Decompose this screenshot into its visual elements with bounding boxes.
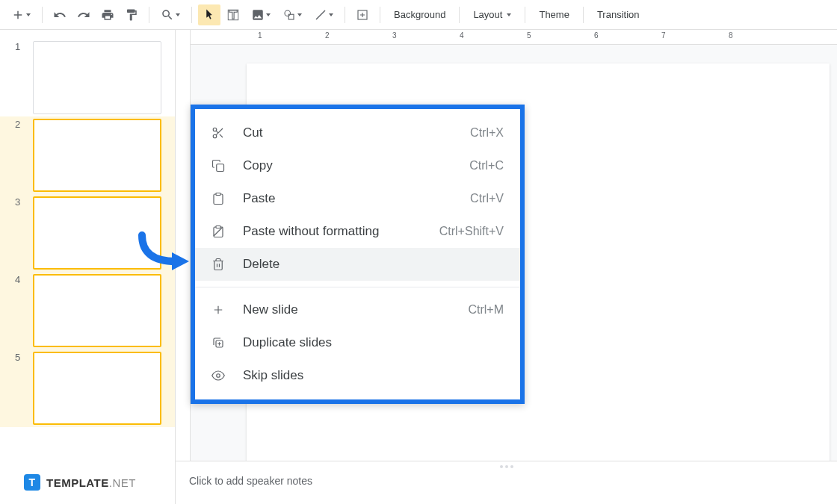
ruler-tick: 4 [460, 31, 464, 40]
dropdown-caret-icon [26, 13, 31, 16]
textbox-button[interactable] [222, 4, 244, 25]
slide-number: 3 [15, 196, 25, 208]
duplicate-icon [211, 336, 232, 349]
ctx-shortcut: Ctrl+C [469, 159, 504, 172]
ctx-label: Paste [243, 191, 470, 206]
ctx-duplicate-slides[interactable]: Duplicate slides [195, 326, 520, 359]
ctx-paste[interactable]: Paste Ctrl+V [195, 182, 520, 215]
eye-icon [211, 369, 232, 382]
speaker-notes[interactable]: Click to add speaker notes [176, 461, 837, 504]
ctx-label: Cut [243, 125, 470, 140]
slide-number: 2 [15, 119, 25, 130]
undo-button[interactable] [49, 4, 71, 25]
ctx-delete[interactable]: Delete [195, 248, 520, 281]
zoom-button[interactable] [155, 4, 185, 25]
paste-icon [211, 192, 232, 205]
context-menu-divider [195, 287, 520, 287]
slide-thumbnail[interactable] [33, 274, 161, 347]
ctx-label: Delete [243, 257, 504, 272]
ruler-tick: 7 [661, 31, 666, 40]
ctx-shortcut: Ctrl+X [470, 126, 504, 140]
select-tool-button[interactable] [198, 4, 220, 25]
line-button[interactable] [309, 4, 339, 25]
toolbar-separator [525, 7, 525, 23]
svg-rect-8 [216, 226, 220, 228]
toolbar-separator [380, 7, 380, 23]
svg-rect-7 [216, 193, 220, 196]
ctx-new-slide[interactable]: New slide Ctrl+M [195, 293, 520, 326]
toolbar-separator [459, 7, 460, 23]
slide-thumbnail[interactable] [33, 41, 161, 114]
ruler-tick: 1 [258, 31, 262, 40]
copy-icon [211, 159, 232, 172]
transition-button[interactable]: Transition [590, 4, 647, 25]
speaker-notes-placeholder: Click to add speaker notes [189, 475, 312, 487]
svg-point-5 [213, 134, 217, 138]
dropdown-caret-icon [329, 13, 333, 16]
slide-thumb-row[interactable]: 2 [0, 116, 175, 194]
slide-thumbnail[interactable] [33, 352, 161, 425]
slide-number: 1 [15, 41, 25, 52]
watermark-suffix: .NET [109, 476, 136, 489]
ruler-tick: 3 [392, 31, 397, 40]
svg-rect-6 [217, 164, 224, 172]
layout-label: Layout [473, 9, 502, 20]
notes-drag-handle[interactable] [500, 465, 513, 468]
cut-icon [211, 126, 232, 140]
ctx-shortcut: Ctrl+V [470, 192, 504, 205]
slide-thumbnail[interactable] [33, 119, 161, 192]
dropdown-caret-icon [266, 13, 271, 16]
delete-icon [211, 258, 232, 271]
background-label: Background [394, 9, 445, 20]
new-slide-button[interactable] [6, 4, 36, 25]
watermark-text: TEMPLATE [46, 476, 109, 489]
ctx-shortcut: Ctrl+M [468, 303, 504, 317]
toolbar-separator [191, 7, 192, 23]
toolbar-separator [583, 7, 584, 23]
slide-thumb-row[interactable]: 1 [0, 39, 175, 116]
slide-number: 4 [15, 274, 25, 285]
paint-format-button[interactable] [120, 4, 143, 25]
slide-thumb-row[interactable]: 5 [0, 349, 175, 427]
transition-label: Transition [597, 9, 640, 20]
ruler-tick: 2 [325, 31, 330, 40]
ruler-tick: 6 [594, 31, 599, 40]
svg-point-10 [217, 374, 220, 378]
comment-button[interactable] [351, 4, 374, 25]
toolbar: Background Layout Theme Transition [0, 0, 837, 30]
slide-number: 5 [15, 352, 25, 363]
background-button[interactable]: Background [386, 4, 453, 25]
slide-thumb-row[interactable]: 4 [0, 272, 175, 349]
plus-icon [211, 303, 232, 317]
theme-button[interactable]: Theme [531, 4, 576, 25]
toolbar-separator [345, 7, 345, 23]
ctx-label: Copy [243, 158, 469, 173]
toolbar-separator [149, 7, 149, 23]
redo-button[interactable] [72, 4, 95, 25]
ctx-paste-without-formatting[interactable]: Paste without formatting Ctrl+Shift+V [195, 215, 520, 248]
ruler-tick: 8 [729, 31, 733, 40]
insert-image-button[interactable] [246, 4, 276, 25]
theme-label: Theme [539, 9, 569, 20]
horizontal-ruler: 1 2 3 4 5 6 7 8 [191, 30, 837, 45]
print-button[interactable] [96, 4, 119, 25]
ctx-label: Skip slides [243, 368, 504, 383]
svg-point-4 [213, 128, 217, 131]
ctx-cut[interactable]: Cut Ctrl+X [195, 116, 520, 149]
ctx-skip-slides[interactable]: Skip slides [195, 359, 520, 392]
shape-button[interactable] [277, 4, 307, 25]
ruler-tick: 5 [527, 31, 531, 40]
toolbar-separator [42, 7, 43, 23]
dropdown-caret-icon [507, 13, 511, 16]
ctx-copy[interactable]: Copy Ctrl+C [195, 149, 520, 182]
dropdown-caret-icon [176, 13, 180, 16]
arrow-annotation [131, 231, 194, 273]
ctx-shortcut: Ctrl+Shift+V [439, 225, 504, 238]
context-menu: Cut Ctrl+X Copy Ctrl+C Paste Ctrl+V Past… [191, 105, 525, 404]
layout-button[interactable]: Layout [466, 4, 519, 25]
ctx-label: New slide [243, 302, 468, 317]
ctx-label: Duplicate slides [243, 335, 504, 350]
watermark: T TEMPLATE.NET [24, 474, 136, 491]
paste-plain-icon [211, 225, 232, 238]
svg-point-1 [285, 10, 291, 16]
